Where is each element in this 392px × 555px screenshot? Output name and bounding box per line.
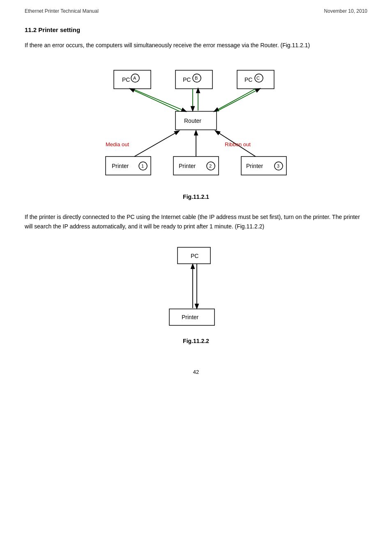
svg-text:PC: PC (244, 76, 252, 83)
svg-text:B: B (195, 76, 198, 81)
fig1-caption: Fig.11.2.1 (183, 193, 209, 200)
svg-text:PC: PC (122, 76, 130, 83)
diagram1-svg: PC A PC B PC C Router Printer 1 Printer … (89, 62, 303, 189)
svg-line-30 (214, 89, 256, 111)
diagram1-container: PC A PC B PC C Router Printer 1 Printer … (25, 62, 367, 200)
svg-line-26 (132, 89, 186, 111)
diagram2-container: PC Printer Fig.11.2.2 (25, 243, 367, 344)
svg-text:2: 2 (209, 164, 212, 168)
svg-text:Media out: Media out (106, 141, 129, 147)
svg-text:Printer: Printer (246, 163, 263, 169)
page-header: Ethernet Printer Technical Manual Novemb… (25, 8, 367, 14)
section-title: 11.2 Printer setting (25, 26, 367, 33)
header-left: Ethernet Printer Technical Manual (25, 8, 99, 14)
svg-text:1: 1 (141, 164, 144, 168)
fig2-caption: Fig.11.2.2 (183, 338, 209, 344)
svg-text:Router: Router (184, 117, 201, 124)
svg-text:PC: PC (191, 253, 198, 259)
svg-text:C: C (256, 76, 260, 81)
svg-text:Ribbon out: Ribbon out (225, 141, 251, 147)
diagram2-svg: PC Printer (155, 243, 237, 334)
page-number: 42 (25, 369, 367, 375)
header-right: November 10, 2010 (324, 8, 367, 14)
paragraph1: If there an error occurs, the computers … (25, 41, 367, 50)
paragraph2: If the printer is directly connected to … (25, 212, 367, 231)
svg-line-32 (134, 131, 179, 157)
svg-text:Printer: Printer (182, 314, 199, 320)
svg-text:3: 3 (277, 164, 279, 168)
svg-text:PC: PC (183, 76, 191, 83)
svg-text:Printer: Printer (179, 163, 196, 169)
svg-line-27 (130, 89, 180, 111)
svg-text:A: A (133, 76, 136, 81)
svg-text:Printer: Printer (112, 163, 129, 169)
svg-line-31 (217, 89, 260, 111)
